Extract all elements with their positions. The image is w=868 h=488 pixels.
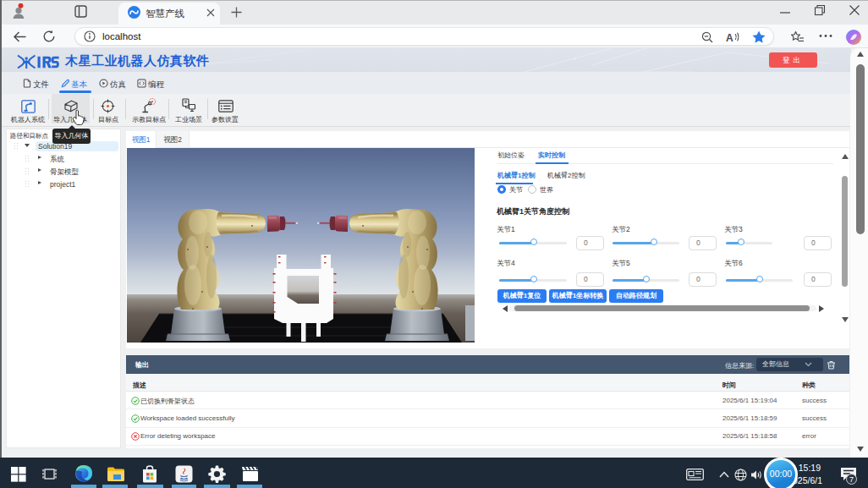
svg-text:A: A [726,32,733,44]
